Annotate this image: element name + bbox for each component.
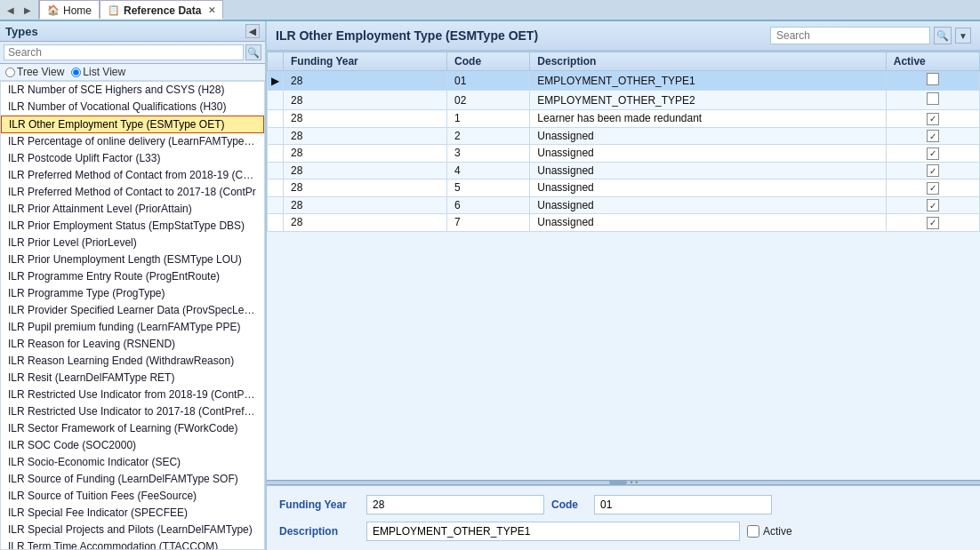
cell-code: 01 (447, 71, 530, 91)
list-item[interactable]: ILR Programme Entry Route (ProgEntRoute) (1, 268, 264, 285)
right-search-button[interactable]: 🔍 (934, 27, 952, 44)
panel-collapse-button[interactable]: ◀ (245, 24, 260, 38)
cell-active[interactable] (886, 71, 979, 91)
code-input[interactable] (594, 495, 772, 514)
right-search-input[interactable] (770, 27, 930, 44)
list-item[interactable]: ILR Preferred Method of Contact from 201… (1, 167, 264, 184)
table-row[interactable]: 285Unassigned (268, 179, 980, 197)
list-view-option[interactable]: List View (71, 66, 125, 78)
active-checkbox-cell[interactable] (927, 164, 939, 177)
right-search-area: 🔍 ▼ (770, 27, 971, 44)
tab-reference-data[interactable]: 📋 Reference Data ✕ (100, 0, 223, 20)
active-checkbox-cell[interactable] (927, 199, 939, 211)
cell-active[interactable] (886, 179, 979, 197)
active-label: Active (763, 525, 792, 538)
list-item[interactable]: ILR Reason Learning Ended (WithdrawReaso… (1, 353, 264, 370)
list-item[interactable]: ILR Preferred Method of Contact to 2017-… (1, 184, 264, 201)
reference-data-icon: 📋 (108, 4, 120, 16)
list-view-radio[interactable] (71, 68, 81, 77)
col-header-code: Code (447, 52, 530, 71)
types-search-input[interactable] (4, 44, 244, 60)
active-checkbox-cell[interactable] (927, 217, 939, 229)
tree-view-option[interactable]: Tree View (5, 66, 64, 78)
list-item[interactable]: ILR Reason for Leaving (RSNEND) (1, 336, 264, 353)
cell-code: 1 (447, 110, 530, 128)
cell-description: EMPLOYMENT_OTHER_TYPE1 (530, 71, 886, 91)
description-input[interactable] (366, 522, 740, 541)
list-item[interactable]: ILR Socio-Economic Indicator (SEC) (1, 454, 264, 471)
active-checkbox-cell[interactable] (927, 182, 939, 195)
list-item[interactable]: ILR Prior Attainment Level (PriorAttain) (1, 201, 264, 218)
table-row[interactable]: 283Unassigned (268, 145, 980, 163)
list-item[interactable]: ILR Prior Employment Status (EmpStatType… (1, 218, 264, 235)
cell-funding-year: 28 (284, 110, 447, 128)
active-checkbox-cell[interactable] (927, 113, 939, 125)
cell-active[interactable] (886, 162, 979, 179)
list-item[interactable]: ILR Restricted Use Indicator to 2017-18 … (1, 403, 264, 420)
cell-active[interactable] (886, 91, 979, 110)
list-item[interactable]: ILR Other Employment Type (ESMType OET) (1, 116, 264, 133)
cell-funding-year: 28 (284, 145, 447, 163)
list-item[interactable]: ILR Provider Specified Learner Data (Pro… (1, 302, 264, 319)
cell-active[interactable] (886, 145, 979, 163)
code-label: Code (551, 498, 587, 511)
forward-icon[interactable]: ▶ (20, 3, 35, 17)
list-item[interactable]: ILR Prior Unemployment Length (ESMType L… (1, 251, 264, 268)
list-item[interactable]: ILR Pupil premium funding (LearnFAMType … (1, 319, 264, 336)
list-item[interactable]: ILR Special Projects and Pilots (LearnDe… (1, 522, 264, 538)
cell-active[interactable] (886, 196, 979, 214)
table-row[interactable]: 286Unassigned (268, 196, 980, 214)
cell-active[interactable] (886, 110, 979, 128)
list-item[interactable]: ILR Number of SCE Highers and CSYS (H28) (1, 82, 264, 99)
list-item[interactable]: ILR Source of Tuition Fees (FeeSource) (1, 488, 264, 505)
list-item[interactable]: ILR Postcode Uplift Factor (L33) (1, 150, 264, 167)
active-checkbox[interactable] (747, 525, 759, 538)
table-row[interactable]: 287Unassigned (268, 214, 980, 232)
active-checkbox-cell[interactable] (927, 73, 939, 85)
col-header-active: Active (886, 52, 979, 71)
cell-active[interactable] (886, 214, 979, 232)
active-checkbox-cell[interactable] (927, 92, 939, 105)
tree-view-radio[interactable] (5, 68, 15, 77)
table-row[interactable]: 2802EMPLOYMENT_OTHER_TYPE2 (268, 91, 980, 110)
types-list: ILR Number of SCE Highers and CSYS (H28)… (0, 81, 265, 550)
cell-description: EMPLOYMENT_OTHER_TYPE2 (530, 91, 886, 110)
cell-description: Unassigned (530, 145, 886, 163)
divider-handle[interactable] (609, 481, 627, 484)
cell-funding-year: 28 (284, 196, 447, 214)
table-row[interactable]: 284Unassigned (268, 162, 980, 179)
list-item[interactable]: ILR Source of Funding (LearnDelFAMType S… (1, 471, 264, 488)
cell-description: Learner has been made redundant (530, 110, 886, 128)
table-row[interactable]: 281Learner has been made redundant (268, 110, 980, 128)
types-search-button[interactable]: 🔍 (245, 44, 261, 60)
data-table-area: Funding Year Code Description Active ▶28… (267, 52, 980, 480)
tab-bar: ◀ ▶ 🏠 Home 📋 Reference Data ✕ (0, 0, 980, 21)
right-panel-header: ILR Other Employment Type (ESMType OET) … (267, 21, 980, 52)
list-item[interactable]: ILR Restricted Use Indicator from 2018-1… (1, 387, 264, 403)
cell-description: Unassigned (530, 179, 886, 197)
right-collapse-button[interactable]: ▼ (955, 28, 971, 44)
list-item[interactable]: ILR Resit (LearnDelFAMType RET) (1, 370, 264, 387)
list-item[interactable]: ILR Prior Level (PriorLevel) (1, 235, 264, 251)
cell-active[interactable] (886, 127, 979, 145)
tab-home[interactable]: 🏠 Home (39, 0, 100, 20)
active-checkbox-cell[interactable] (927, 147, 939, 160)
list-item[interactable]: ILR Term Time Accommodation (TTACCOM) (1, 538, 264, 550)
detail-form: Funding Year Code Description Active (267, 485, 980, 550)
back-icon[interactable]: ◀ (4, 3, 18, 17)
list-item[interactable]: ILR Percentage of online delivery (Learn… (1, 133, 264, 150)
close-tab-reference-data[interactable]: ✕ (208, 5, 215, 15)
cell-funding-year: 28 (284, 214, 447, 232)
list-item[interactable]: ILR Programme Type (ProgType) (1, 285, 264, 302)
list-item[interactable]: ILR SOC Code (SOC2000) (1, 437, 264, 454)
funding-year-label: Funding Year (279, 498, 359, 511)
table-row[interactable]: ▶2801EMPLOYMENT_OTHER_TYPE1 (268, 71, 980, 91)
table-row[interactable]: 282Unassigned (268, 127, 980, 145)
list-item[interactable]: ILR Special Fee Indicator (SPECFEE) (1, 505, 264, 522)
row-indicator (268, 91, 284, 110)
left-panel: Types ◀ 🔍 Tree View List View ILR Number… (0, 21, 267, 550)
active-checkbox-cell[interactable] (927, 130, 939, 142)
funding-year-input[interactable] (366, 495, 544, 514)
list-item[interactable]: ILR Number of Vocational Qualifications … (1, 99, 264, 116)
list-item[interactable]: ILR Sector Framework of Learning (FWorkC… (1, 420, 264, 437)
